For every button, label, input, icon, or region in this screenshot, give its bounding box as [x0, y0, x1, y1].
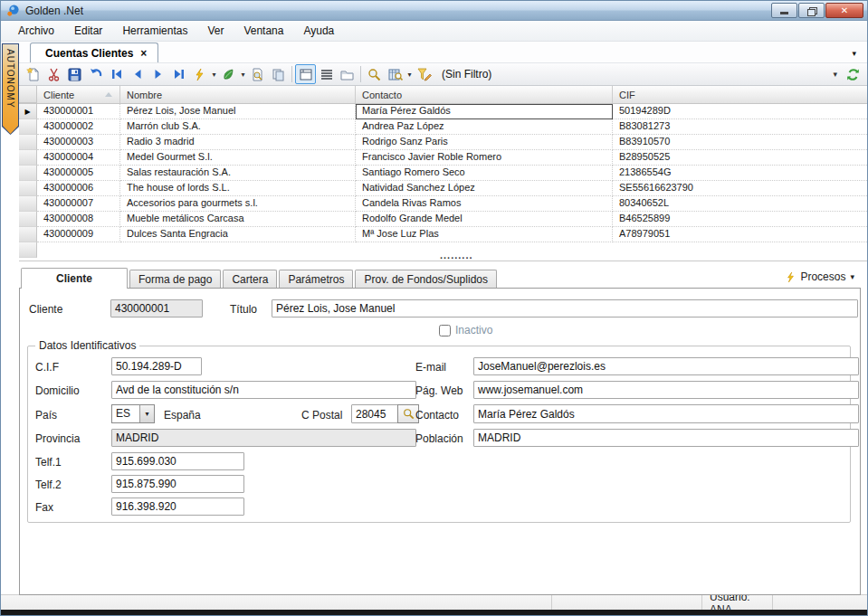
fax-field[interactable]: [111, 498, 244, 516]
row-selector[interactable]: [19, 196, 37, 212]
row-selector[interactable]: [19, 227, 37, 242]
undo-button[interactable]: [85, 64, 106, 84]
grid-cell[interactable]: 430000004: [37, 150, 120, 166]
grid-cell[interactable]: A78979051: [613, 227, 867, 242]
row-selector[interactable]: [19, 135, 37, 150]
grid-cell[interactable]: B83910570: [613, 135, 867, 150]
grid-cell[interactable]: 430000005: [37, 166, 120, 181]
grid-cell[interactable]: 80340652L: [613, 196, 867, 212]
grid-cell[interactable]: 430000007: [37, 196, 120, 212]
grid-cell[interactable]: Natividad Sanchez López: [356, 181, 613, 196]
grid-cell[interactable]: 430000009: [37, 227, 120, 242]
cpostal-field[interactable]: [351, 404, 398, 423]
dock-tab-autonomy[interactable]: AUTONOMY: [2, 43, 19, 135]
restore-button[interactable]: [798, 3, 825, 18]
grid-corner-cell[interactable]: [19, 86, 37, 103]
tab-forma-de-pago[interactable]: Forma de pago: [129, 270, 221, 288]
grid-cell[interactable]: 21386554G: [613, 166, 867, 181]
last-record-button[interactable]: [168, 64, 189, 84]
grid-cell[interactable]: 430000001: [37, 104, 120, 119]
poblacion-field[interactable]: [473, 429, 859, 447]
grid-cell[interactable]: Marrón club S.A.: [120, 119, 356, 135]
close-button[interactable]: ✕: [825, 3, 863, 18]
grid-cell[interactable]: María Pérez Galdós: [356, 104, 613, 119]
grid-cell[interactable]: 430000006: [37, 181, 120, 196]
column-header-nombre[interactable]: Nombre: [120, 86, 356, 103]
grid-row[interactable]: 430000006The house of lords S.L.Nativida…: [19, 181, 867, 196]
telf2-field[interactable]: [111, 475, 244, 493]
new-document-button[interactable]: [23, 64, 43, 84]
email-field[interactable]: [473, 357, 859, 375]
tab-parametros[interactable]: Parámetros: [279, 270, 353, 288]
inactivo-checkbox[interactable]: [439, 325, 451, 336]
pais-dropdown-icon[interactable]: ▾: [139, 405, 154, 422]
quick-actions-dropdown-icon[interactable]: ▾: [210, 64, 218, 84]
grid-cell[interactable]: Radio 3 madrid: [120, 135, 356, 150]
grid-row[interactable]: 430000009Dulces Santa EngraciaMª Jose Lu…: [19, 227, 867, 242]
edit-filter-button[interactable]: [414, 64, 434, 84]
minimize-button[interactable]: [771, 3, 797, 18]
domicilio-field[interactable]: [111, 381, 416, 399]
row-selector[interactable]: [19, 166, 37, 181]
grid-cell[interactable]: Medel Gourmet S.l.: [120, 150, 356, 166]
grid-row[interactable]: ▶430000001Pérez Lois, Jose ManuelMaría P…: [19, 104, 867, 119]
folder-view-toggle[interactable]: [337, 64, 358, 84]
grid-cell[interactable]: Rodolfo Grande Medel: [356, 212, 613, 227]
grid-cell[interactable]: Francisco Javier Roble Romero: [356, 150, 613, 166]
grid-row[interactable]: 430000007Accesorios para gourmets s.l.Ca…: [19, 196, 867, 212]
grid-row[interactable]: 430000004Medel Gourmet S.l.Francisco Jav…: [19, 150, 867, 166]
previous-record-button[interactable]: [127, 64, 148, 84]
row-selector[interactable]: ▶: [19, 104, 37, 119]
grid-cell[interactable]: Rodrigo Sanz Paris: [356, 135, 613, 150]
grid-cell[interactable]: Santiago Romero Seco: [356, 166, 613, 181]
print-preview-button[interactable]: [247, 64, 268, 84]
grid-cell[interactable]: Salas restauración S.A.: [120, 166, 356, 181]
save-button[interactable]: [64, 64, 85, 84]
grid-cell[interactable]: B46525899: [613, 212, 867, 227]
column-header-contacto[interactable]: Contacto: [356, 86, 613, 103]
refresh-button[interactable]: [843, 64, 863, 84]
grid-row[interactable]: 430000002Marrón club S.A.Andrea Paz Lópe…: [19, 119, 867, 135]
search-button[interactable]: [364, 64, 385, 84]
grid-cell[interactable]: The house of lords S.L.: [120, 181, 356, 196]
menu-ver[interactable]: Ver: [197, 22, 234, 40]
web-field[interactable]: [473, 381, 859, 399]
first-record-button[interactable]: [106, 64, 127, 84]
grid-cell[interactable]: Dulces Santa Engracia: [120, 227, 356, 242]
column-header-cif[interactable]: CIF: [613, 86, 867, 103]
grid-row[interactable]: 430000005Salas restauración S.A.Santiago…: [19, 166, 867, 181]
tab-overflow-icon[interactable]: ▾: [852, 49, 856, 58]
next-record-button[interactable]: [148, 64, 168, 84]
menu-editar[interactable]: Editar: [64, 22, 112, 40]
row-selector[interactable]: [19, 181, 37, 196]
tab-cuentas-clientes[interactable]: Cuentas Clientes ×: [30, 43, 158, 62]
grid-cell[interactable]: B28950525: [613, 150, 867, 166]
quick-actions-button[interactable]: [189, 64, 210, 84]
telf1-field[interactable]: [111, 452, 244, 470]
procesos-button[interactable]: Procesos ▾: [786, 270, 854, 283]
list-view-toggle[interactable]: [316, 64, 337, 84]
cif-field[interactable]: [111, 357, 202, 375]
eco-button[interactable]: [218, 64, 239, 84]
tab-close-icon[interactable]: ×: [140, 47, 147, 60]
grid-row[interactable]: 430000008Mueble metálicos CarcasaRodolfo…: [19, 212, 867, 227]
tab-cliente[interactable]: Cliente: [21, 268, 128, 289]
tab-prov-fondos-suplidos[interactable]: Prov. de Fondos/Suplidos: [355, 270, 497, 288]
row-selector[interactable]: [19, 119, 37, 135]
grid-cell[interactable]: Mueble metálicos Carcasa: [120, 212, 356, 227]
grid-cell[interactable]: Mª Jose Luz Plas: [356, 227, 613, 242]
row-selector[interactable]: [19, 212, 37, 227]
tab-cartera[interactable]: Cartera: [223, 270, 277, 288]
grid-cell[interactable]: 430000003: [37, 135, 120, 150]
panel-view-toggle[interactable]: [295, 64, 316, 84]
grid-cell[interactable]: SE55616623790: [613, 181, 867, 196]
column-header-cliente[interactable]: Cliente: [37, 86, 120, 103]
titulo-field[interactable]: [272, 299, 858, 317]
splitter-handle[interactable]: .........: [440, 251, 473, 259]
copy-button[interactable]: [268, 64, 289, 84]
row-selector[interactable]: [19, 242, 37, 258]
contacto-field[interactable]: [473, 404, 859, 423]
eco-dropdown-icon[interactable]: ▾: [239, 64, 247, 84]
pais-combo[interactable]: ES ▾: [111, 404, 155, 423]
filter-combo[interactable]: (Sin Filtro) ▾: [438, 65, 841, 83]
